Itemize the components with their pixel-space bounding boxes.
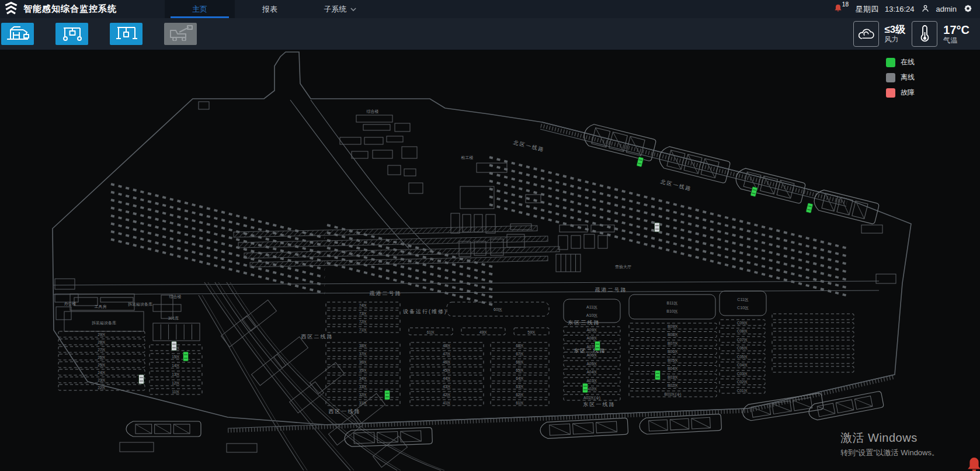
watermark-line2: 转到“设置”以激活 Windows。: [840, 448, 939, 458]
yard-block-label: 11区: [172, 390, 180, 394]
map-building-label: 检工楼: [461, 155, 474, 160]
yard-block-label: 61区: [516, 401, 524, 405]
user-icon: [921, 4, 930, 15]
tab-主页[interactable]: 主页: [165, 0, 235, 18]
yard-block-large[interactable]: [564, 299, 620, 323]
yard-block-label: 59区: [527, 330, 536, 334]
reach-stacker-icon: [168, 25, 193, 43]
equipment-marker-online[interactable]: [655, 370, 661, 380]
yard-block-label: 26区: [98, 355, 106, 359]
south-berth: [228, 375, 895, 431]
hatched-strips: [234, 226, 559, 267]
yard-block[interactable]: [772, 366, 854, 372]
map-road-label: 设备运行(维修): [403, 309, 447, 314]
yard-block-label: 38区: [359, 344, 367, 348]
tab-报表[interactable]: 报表: [235, 0, 305, 18]
yard-block-label: 67区: [516, 352, 524, 356]
yard-block-label: 15区: [172, 355, 180, 359]
north-quay: [540, 122, 848, 206]
watermark-line1: 激活 Windows: [840, 430, 939, 446]
equipment-marker-offline[interactable]: [139, 375, 144, 384]
yard-block-label: 41区: [443, 401, 451, 405]
equipment-marker-online[interactable]: [385, 390, 390, 400]
equipment-marker-online[interactable]: [583, 383, 588, 393]
map-building-label: 综合楼: [169, 295, 182, 299]
yard-block[interactable]: [772, 323, 854, 328]
quay-crane-icon: [5, 25, 30, 43]
yard-block-label: 33区: [359, 385, 367, 389]
rmg-crane-button[interactable]: [110, 23, 143, 45]
wind-text: ≤3级 风力: [885, 24, 906, 43]
temperature-label: 气温: [943, 37, 969, 45]
tab-子系统[interactable]: 子系统: [305, 0, 375, 18]
current-user[interactable]: admin: [936, 5, 957, 13]
yard-block-label: B01区(冷): [665, 392, 682, 397]
cloud-icon: [853, 21, 879, 47]
quay-crane-button[interactable]: [1, 23, 34, 45]
yard-block-label: B05区: [668, 358, 679, 362]
yard-block-label: A01区(冷): [583, 396, 600, 400]
yard-block-label: 29区: [98, 333, 106, 337]
yard-block-label: 42区: [443, 393, 451, 397]
reach-stacker-button[interactable]: [164, 23, 197, 45]
legend-label: 在线: [901, 57, 915, 67]
status-cluster: 18 星期四 13:16:24 admin: [833, 0, 980, 18]
yard-block-label: 12区: [172, 381, 180, 385]
yard-block[interactable]: [772, 331, 854, 337]
legend-swatch: [886, 88, 895, 98]
equipment-marker-online[interactable]: [595, 341, 600, 351]
yard-block-label: 49区: [479, 330, 488, 334]
notification-bell-button[interactable]: 18: [833, 4, 849, 15]
map-road-label: 西区二线路: [301, 334, 333, 340]
equipment-marker-online[interactable]: [183, 352, 189, 361]
yard-block-large[interactable]: [629, 295, 715, 319]
tab-label: 主页: [192, 4, 207, 15]
notification-count-badge: 18: [842, 1, 849, 8]
yard-block-label: 44区: [443, 376, 451, 380]
map-road-label: 疏港二号路: [595, 287, 627, 293]
yard-block-large[interactable]: [720, 291, 766, 316]
rmg-crane-icon: [113, 25, 139, 43]
ship-icon: [540, 418, 628, 439]
yard-block-label: C05区: [737, 355, 748, 359]
yard-block-label: 66区: [516, 360, 524, 364]
equipment-marker-offline[interactable]: [655, 223, 660, 232]
yard-block-label: 36区: [359, 360, 367, 364]
yard-block-label: 43区: [443, 385, 451, 389]
yard-block-label: C09区: [737, 321, 748, 325]
yard-block[interactable]: [772, 314, 854, 320]
yard-block-label: A09区: [586, 328, 597, 332]
yard-block[interactable]: [772, 340, 854, 346]
equipment-marker-online[interactable]: [750, 186, 758, 197]
gear-icon: [963, 6, 973, 15]
corner-alert-bell-icon[interactable]: [967, 456, 980, 471]
yard-block-label: 13区: [172, 372, 180, 376]
legend-item-在线: 在线: [886, 57, 915, 67]
yard-block-label: B02区: [668, 383, 679, 387]
yard-block-label: 34区: [359, 376, 367, 380]
map-building-label: 查验大厅: [615, 265, 631, 269]
ship-icon: [639, 414, 721, 434]
settings-button[interactable]: [963, 4, 973, 15]
equipment-marker-online[interactable]: [806, 203, 814, 213]
map-road-label: 北区一线路: [513, 140, 545, 153]
wind-label: 风力: [885, 36, 906, 44]
yard-block-label: C08区: [737, 329, 748, 333]
yard-block-label: 71区: [359, 328, 367, 332]
yard-block-label: 25区: [98, 363, 106, 367]
yard-block-label: C02区: [737, 380, 748, 384]
yard-block-label: 46区: [443, 360, 451, 364]
equipment-marker-offline[interactable]: [172, 341, 177, 351]
temperature-text: 17°C 气温: [943, 23, 969, 45]
port-map[interactable]: 29区28区27区26区25区24区23区22区16区15区14区13区12区1…: [0, 50, 980, 471]
yard-block[interactable]: [772, 358, 854, 363]
yard-block[interactable]: [772, 349, 854, 355]
yard-block-label: 28区: [98, 340, 106, 344]
rtg-crane-button[interactable]: [55, 23, 88, 45]
map-road-label: 东区一线路: [583, 401, 616, 407]
wind-value: ≤3级: [885, 24, 906, 36]
app-root: 智能感知综合监控系统 主页报表子系统 18 星期四 13:16:24: [0, 0, 980, 471]
legend-swatch: [886, 58, 895, 67]
clock-time: 13:16:24: [885, 5, 915, 13]
tab-label: 报表: [262, 4, 277, 15]
